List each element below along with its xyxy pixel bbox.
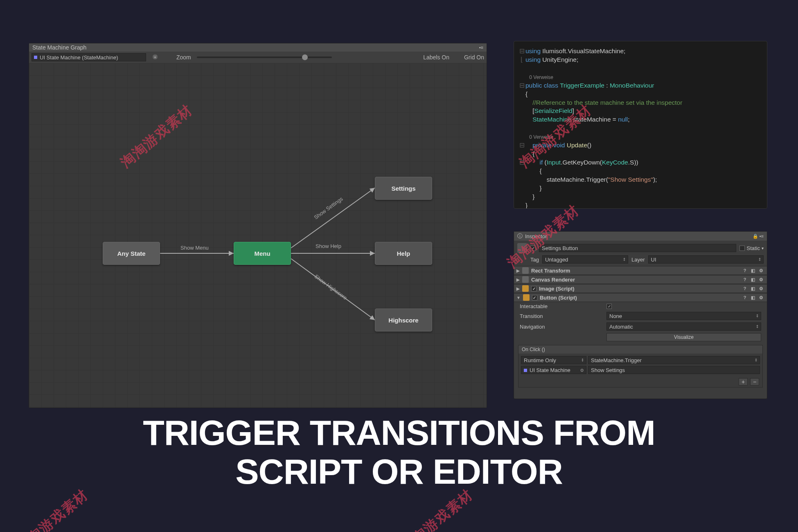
add-event-button[interactable]: + <box>739 378 748 385</box>
static-checkbox[interactable] <box>739 246 745 251</box>
function-dropdown[interactable]: StateMachine.Trigger‡ <box>588 356 760 364</box>
image-icon <box>522 285 529 292</box>
svg-line-2 <box>291 188 375 248</box>
preset-icon[interactable]: ◧ <box>750 294 756 301</box>
node-settings[interactable]: Settings <box>375 177 432 200</box>
interactable-checkbox[interactable]: ✓ <box>606 304 612 309</box>
canvas-renderer-icon <box>522 276 529 283</box>
navigation-dropdown[interactable]: Automatic‡ <box>606 322 761 331</box>
layer-dropdown[interactable]: UI‡ <box>648 255 764 264</box>
onclick-list: On Click () Runtime Only‡ StateMachine.T… <box>518 345 763 388</box>
foldout-icon[interactable]: ▶ <box>516 268 520 273</box>
state-machine-object-field[interactable]: UI State Machine (StateMachine) <box>32 53 146 61</box>
object-icon <box>34 56 37 59</box>
node-any-state[interactable]: Any State <box>103 242 160 265</box>
target-object-field[interactable]: UI State Machine⊙ <box>521 366 586 374</box>
watermark: 淘淘游戏素材 <box>397 485 477 532</box>
graph-canvas[interactable]: Any State Menu Settings Help Highscore S… <box>29 63 487 408</box>
gear-icon[interactable]: ⚙ <box>758 294 764 301</box>
code-panel: ⊟using Ilumisoft.VisualStateMachine; ⌊us… <box>514 41 767 209</box>
component-canvas-renderer[interactable]: ▶ Canvas Renderer ?◧⚙ <box>514 275 767 284</box>
gear-icon[interactable] <box>152 54 158 61</box>
callstate-dropdown[interactable]: Runtime Only‡ <box>521 356 586 364</box>
tag-dropdown[interactable]: Untagged‡ <box>542 255 628 264</box>
titlebar-menu-icon[interactable]: •≡ <box>479 45 483 50</box>
node-help[interactable]: Help <box>375 242 432 265</box>
zoom-slider[interactable] <box>197 56 332 58</box>
component-rect-transform[interactable]: ▶ Rect Transform ?◧⚙ <box>514 266 767 275</box>
transition-dropdown[interactable]: None‡ <box>606 312 761 320</box>
graph-panel: State Machine Graph •≡ UI State Machine … <box>29 43 487 408</box>
string-arg-field[interactable]: Show Settings <box>588 366 760 374</box>
foldout-icon[interactable]: ▶ <box>516 277 520 282</box>
foldout-icon[interactable]: ▼ <box>516 295 521 300</box>
edge-show-help: Show Help <box>316 243 341 249</box>
onclick-header: On Click () <box>518 345 762 354</box>
object-name-field[interactable]: Settings Button <box>539 244 736 252</box>
watermark: 淘淘游戏素材 <box>12 485 92 532</box>
inspector-panel: ⓘ Inspector 🔒 •≡ ✓ Settings Button Stati… <box>514 231 767 399</box>
gameobject-icon <box>517 243 527 253</box>
gear-icon[interactable]: ⚙ <box>758 276 764 283</box>
labels-toggle[interactable]: Labels On <box>423 54 449 61</box>
visualize-button[interactable]: Visualize <box>606 333 761 341</box>
gear-icon[interactable]: ⚙ <box>758 285 764 292</box>
headline: TRIGGER TRANSITIONS FROM SCRIPT OR EDITO… <box>0 413 798 491</box>
edge-show-highscore: Show Highscore <box>313 273 348 301</box>
help-icon[interactable]: ? <box>742 267 748 274</box>
preset-icon[interactable]: ◧ <box>750 267 756 274</box>
active-checkbox[interactable]: ✓ <box>530 246 536 251</box>
help-icon[interactable]: ? <box>742 276 748 283</box>
help-icon[interactable]: ? <box>742 294 748 301</box>
graph-toolbar: UI State Machine (StateMachine) Zoom Lab… <box>29 52 487 63</box>
foldout-icon[interactable]: ▶ <box>516 286 520 291</box>
grid-toggle[interactable]: Grid On <box>464 54 484 61</box>
component-button[interactable]: ▼ ✓ Button (Script) ?◧⚙ <box>514 293 767 302</box>
object-name: UI State Machine (StateMachine) <box>40 54 118 61</box>
inspector-titlebar[interactable]: ⓘ Inspector 🔒 •≡ <box>514 232 767 241</box>
graph-title: State Machine Graph <box>32 44 86 51</box>
enabled-checkbox[interactable]: ✓ <box>532 295 537 300</box>
edges-svg <box>29 63 487 408</box>
preset-icon[interactable]: ◧ <box>750 276 756 283</box>
button-icon <box>523 294 530 301</box>
lock-icon[interactable]: 🔒 •≡ <box>753 234 764 239</box>
component-image[interactable]: ▶ ✓ Image (Script) ?◧⚙ <box>514 284 767 293</box>
inspector-icon: ⓘ <box>517 232 523 240</box>
edge-show-settings: Show Settings <box>313 196 344 221</box>
graph-titlebar[interactable]: State Machine Graph •≡ <box>29 43 487 52</box>
edge-show-menu: Show Menu <box>180 245 209 251</box>
gear-icon[interactable]: ⚙ <box>758 267 764 274</box>
zoom-slider-handle[interactable] <box>302 54 308 60</box>
help-icon[interactable]: ? <box>742 285 748 292</box>
node-menu[interactable]: Menu <box>234 242 291 265</box>
zoom-label: Zoom <box>176 54 191 61</box>
remove-event-button[interactable]: − <box>750 378 759 385</box>
enabled-checkbox[interactable]: ✓ <box>531 286 537 291</box>
rect-transform-icon <box>522 267 529 274</box>
node-highscore[interactable]: Highscore <box>375 309 432 331</box>
preset-icon[interactable]: ◧ <box>750 285 756 292</box>
